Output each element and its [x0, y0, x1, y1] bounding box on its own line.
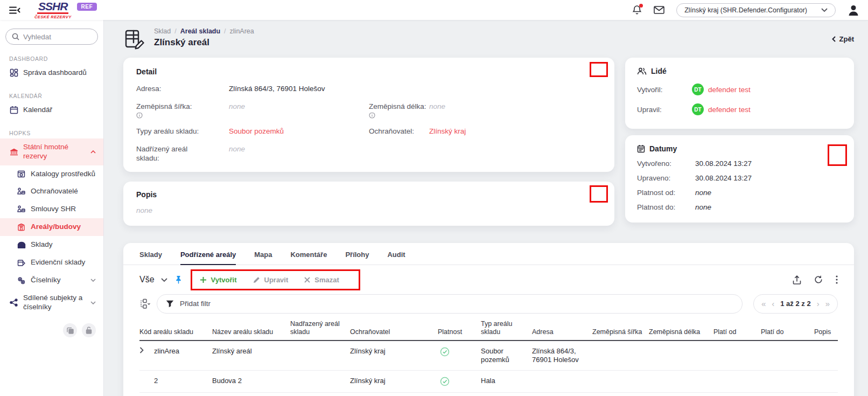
back-button-label: Zpět	[839, 35, 854, 43]
group-by-icon[interactable]	[139, 298, 150, 309]
messages-envelope-icon[interactable]	[654, 6, 664, 14]
edit-button[interactable]: Upravit	[253, 276, 289, 284]
annotation-box	[828, 144, 847, 166]
created-by-label: Vytvořil:	[637, 86, 692, 94]
sidebar-item-sprava-dashboardu[interactable]: Správa dashboardů	[0, 64, 103, 82]
column-header-ochranovatel[interactable]: Ochraňovatel	[350, 328, 438, 337]
detail-card-title: Detail	[136, 67, 601, 76]
adresa-value: Zlínská 864/3, 76901 Holešov	[229, 84, 325, 94]
tab-sklady[interactable]: Sklady	[139, 251, 162, 265]
sidebar-item-evidencni-sklady[interactable]: Evidenční sklady	[0, 254, 103, 272]
sidebar-item-katalogy-prostredku[interactable]: Katalogy prostředků	[0, 165, 103, 183]
sidebar-item-sdilene-subjekty[interactable]: Sdílené subjekty a číselníky	[0, 289, 103, 316]
column-header-kod[interactable]: Kód areálu skladu	[139, 328, 212, 337]
sidebar-item-label: Kalendář	[23, 106, 52, 115]
export-icon[interactable]	[793, 275, 801, 284]
nadrizeny-label: Nadřízený areál skladu:	[136, 144, 197, 163]
column-header-nazev[interactable]: Název areálu skladu	[212, 328, 290, 337]
column-header-platnost[interactable]: Platnost	[438, 328, 481, 337]
sidebar-item-statni-hmotne-rezervy[interactable]: Státní hmotné rezervy	[0, 138, 103, 165]
filter-input-container[interactable]	[157, 294, 743, 314]
calendar-icon	[9, 106, 18, 114]
column-header-plati-do[interactable]: Platí do	[761, 328, 814, 337]
column-header-popis[interactable]: Popis	[814, 328, 838, 337]
sirka-label: Zeměpisná šířka:	[136, 102, 192, 110]
x-icon	[304, 277, 310, 283]
sidebar-item-arealy-budovy[interactable]: Areály/budovy	[0, 218, 103, 236]
copy-icon[interactable]	[63, 323, 77, 337]
kebab-menu-icon[interactable]	[836, 275, 838, 284]
table-row[interactable]: zlinArea Zlínský areál Zlínský kraj Soub…	[139, 341, 838, 371]
tab-bar: Sklady Podřízené areály Mapa Komentáře P…	[123, 243, 854, 265]
updated-by-user-link[interactable]: defender test	[708, 106, 751, 114]
info-icon[interactable]	[369, 112, 429, 119]
last-page-icon[interactable]: »	[825, 300, 830, 308]
table-row[interactable]: 2 Budova 2 Zlínský kraj Hala	[139, 371, 838, 393]
first-page-icon[interactable]: «	[761, 300, 766, 308]
tab-podrizene-arealy[interactable]: Podřízené areály	[180, 251, 236, 265]
annotation-box	[590, 62, 608, 77]
breadcrumb-zlinarea[interactable]: zlinArea	[230, 27, 254, 35]
filter-input[interactable]	[180, 300, 733, 308]
calendar-icon	[637, 144, 645, 153]
updated-at-value: 30.08.2024 13:27	[695, 174, 752, 182]
popis-value: none	[136, 206, 601, 214]
sidebar-item-sklady[interactable]: Sklady	[0, 236, 103, 254]
valid-to-value: none	[695, 203, 711, 211]
sidebar-item-kalendar[interactable]: Kalendář	[0, 101, 103, 119]
pin-view-icon[interactable]	[175, 275, 182, 284]
column-header-typ[interactable]: Typ areálu skladu	[481, 320, 532, 337]
column-header-nadrazeny[interactable]: Nadřazený areál skladu	[290, 320, 350, 337]
sidebar-item-label: Smlouvy SHR	[31, 205, 76, 214]
prev-page-icon[interactable]: ‹	[772, 300, 774, 308]
column-header-sirka[interactable]: Zeměpisná šířka	[592, 328, 649, 337]
sidebar-item-ciselniky[interactable]: Číselníky	[0, 272, 103, 289]
breadcrumb-sklad[interactable]: Sklad	[154, 27, 171, 35]
expand-row-icon[interactable]	[139, 347, 154, 353]
refresh-icon[interactable]	[814, 275, 823, 284]
info-icon[interactable]	[136, 112, 229, 119]
cell-nazev: Zlínský areál	[212, 347, 290, 356]
column-header-delka[interactable]: Zeměpisná délka	[649, 328, 713, 337]
view-selector[interactable]: Vše	[139, 275, 167, 284]
back-button[interactable]: Zpět	[832, 35, 854, 43]
valid-check-icon	[440, 377, 475, 386]
valid-from-value: none	[695, 189, 711, 197]
column-header-plati-od[interactable]: Platí od	[713, 328, 761, 337]
catalog-icon	[17, 170, 26, 178]
sidebar-collapse-icon[interactable]	[9, 5, 23, 16]
search-input[interactable]	[23, 33, 88, 41]
table-toolbar: Vše Vytvořit Upravit	[123, 265, 854, 290]
tab-prilohy[interactable]: Přílohy	[345, 251, 369, 265]
create-button[interactable]: Vytvořit	[200, 276, 237, 284]
bank-icon	[9, 148, 18, 156]
tab-mapa[interactable]: Mapa	[254, 251, 272, 265]
ochranovatel-value-link[interactable]: Zlínský kraj	[429, 127, 466, 136]
typy-value-link[interactable]: Soubor pozemků	[229, 127, 284, 136]
sidebar-search[interactable]	[5, 29, 98, 45]
sidebar-item-ochranovatele[interactable]: Ochraňovatelé	[0, 183, 103, 200]
tab-komentare[interactable]: Komentáře	[290, 251, 327, 265]
created-by-user-link[interactable]: defender test	[708, 86, 751, 94]
breadcrumb-areal-skladu[interactable]: Areál skladu	[180, 27, 220, 35]
related-records-card: Sklady Podřízené areály Mapa Komentáře P…	[123, 243, 854, 396]
user-avatar[interactable]	[848, 4, 859, 16]
updated-by-row: Upravil: DT defender test	[637, 103, 842, 115]
person-cart-icon	[17, 205, 26, 213]
person-cart-icon	[17, 187, 26, 196]
people-icon	[637, 67, 647, 75]
column-header-adresa[interactable]: Adresa	[532, 328, 592, 337]
dashboard-icon	[9, 68, 18, 77]
delete-button[interactable]: Smazat	[304, 276, 339, 284]
unlock-icon[interactable]	[82, 323, 96, 337]
main-content: Sklad / Areál skladu / zlinArea Zlínský …	[104, 20, 868, 396]
delka-value: none	[429, 102, 445, 112]
popis-card-title: Popis	[136, 190, 601, 199]
tab-audit[interactable]: Audit	[387, 251, 405, 265]
detail-card: Detail Adresa: Zlínská 864/3, 76901 Hole…	[123, 58, 614, 172]
context-selector[interactable]: Zlínský kraj (SHR.Defender.Configurator)	[676, 3, 836, 17]
notifications-bell-icon[interactable]	[632, 5, 642, 15]
sidebar-item-smlouvy-shr[interactable]: Smlouvy SHR	[0, 200, 103, 218]
next-page-icon[interactable]: ›	[817, 300, 820, 308]
created-at-label: Vytvořeno:	[637, 159, 695, 168]
